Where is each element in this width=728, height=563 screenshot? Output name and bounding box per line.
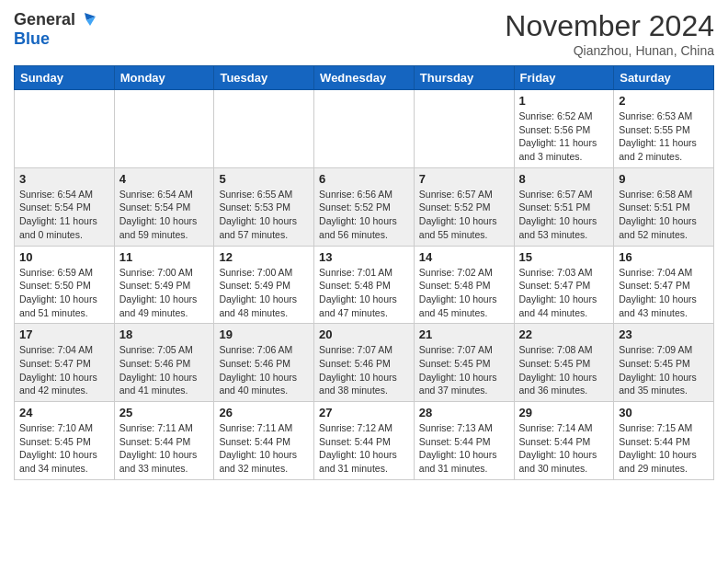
calendar-cell: 25Sunrise: 7:11 AM Sunset: 5:44 PM Dayli… bbox=[114, 402, 214, 480]
calendar-cell bbox=[114, 90, 214, 168]
day-info: Sunrise: 7:08 AM Sunset: 5:45 PM Dayligh… bbox=[519, 343, 609, 397]
day-info: Sunrise: 7:11 AM Sunset: 5:44 PM Dayligh… bbox=[119, 421, 210, 476]
day-number: 16 bbox=[619, 250, 709, 264]
day-number: 3 bbox=[19, 172, 109, 186]
calendar-cell: 21Sunrise: 7:07 AM Sunset: 5:45 PM Dayli… bbox=[414, 324, 514, 402]
day-number: 13 bbox=[319, 250, 409, 264]
calendar-cell: 15Sunrise: 7:03 AM Sunset: 5:47 PM Dayli… bbox=[514, 246, 614, 324]
day-info: Sunrise: 7:05 AM Sunset: 5:46 PM Dayligh… bbox=[119, 343, 210, 397]
day-number: 30 bbox=[619, 406, 709, 419]
month-title: November 2024 bbox=[505, 9, 714, 43]
day-number: 29 bbox=[519, 406, 609, 419]
day-info: Sunrise: 7:07 AM Sunset: 5:46 PM Dayligh… bbox=[319, 343, 409, 397]
day-info: Sunrise: 7:03 AM Sunset: 5:47 PM Dayligh… bbox=[519, 266, 609, 320]
calendar-cell: 4Sunrise: 6:54 AM Sunset: 5:54 PM Daylig… bbox=[114, 167, 214, 246]
calendar-cell: 10Sunrise: 6:59 AM Sunset: 5:50 PM Dayli… bbox=[15, 246, 115, 324]
day-info: Sunrise: 6:55 AM Sunset: 5:53 PM Dayligh… bbox=[219, 188, 309, 242]
day-info: Sunrise: 7:04 AM Sunset: 5:47 PM Dayligh… bbox=[619, 266, 709, 320]
day-info: Sunrise: 7:02 AM Sunset: 5:48 PM Dayligh… bbox=[419, 266, 509, 320]
calendar-cell: 11Sunrise: 7:00 AM Sunset: 5:49 PM Dayli… bbox=[114, 246, 214, 324]
calendar-cell: 17Sunrise: 7:04 AM Sunset: 5:47 PM Dayli… bbox=[15, 324, 115, 402]
calendar-cell: 19Sunrise: 7:06 AM Sunset: 5:46 PM Dayli… bbox=[214, 324, 314, 402]
day-number: 2 bbox=[619, 94, 709, 108]
weekday-header-monday: Monday bbox=[114, 66, 214, 90]
page-header: General Blue November 2024 Qianzhou, Hun… bbox=[14, 9, 714, 58]
day-info: Sunrise: 7:09 AM Sunset: 5:45 PM Dayligh… bbox=[619, 343, 709, 397]
logo-general: General bbox=[14, 10, 75, 29]
calendar-cell bbox=[214, 90, 314, 168]
day-info: Sunrise: 7:04 AM Sunset: 5:47 PM Dayligh… bbox=[19, 343, 109, 397]
calendar-week-row: 10Sunrise: 6:59 AM Sunset: 5:50 PM Dayli… bbox=[15, 246, 714, 324]
day-info: Sunrise: 6:54 AM Sunset: 5:54 PM Dayligh… bbox=[19, 188, 109, 242]
day-info: Sunrise: 6:57 AM Sunset: 5:52 PM Dayligh… bbox=[419, 188, 509, 242]
day-info: Sunrise: 6:56 AM Sunset: 5:52 PM Dayligh… bbox=[319, 188, 409, 242]
day-info: Sunrise: 6:58 AM Sunset: 5:51 PM Dayligh… bbox=[619, 188, 709, 242]
day-number: 9 bbox=[619, 172, 709, 186]
day-number: 17 bbox=[19, 327, 109, 341]
day-info: Sunrise: 7:10 AM Sunset: 5:45 PM Dayligh… bbox=[19, 421, 109, 476]
calendar-cell bbox=[314, 90, 415, 168]
weekday-header-saturday: Saturday bbox=[614, 66, 714, 90]
day-number: 19 bbox=[219, 327, 309, 341]
calendar-week-row: 17Sunrise: 7:04 AM Sunset: 5:47 PM Dayli… bbox=[15, 324, 714, 402]
logo-blue: Blue bbox=[14, 29, 50, 48]
day-number: 12 bbox=[219, 250, 309, 264]
calendar-week-row: 3Sunrise: 6:54 AM Sunset: 5:54 PM Daylig… bbox=[15, 167, 714, 246]
calendar-cell: 1Sunrise: 6:52 AM Sunset: 5:56 PM Daylig… bbox=[514, 90, 614, 168]
calendar-cell: 24Sunrise: 7:10 AM Sunset: 5:45 PM Dayli… bbox=[15, 402, 115, 480]
calendar-cell: 3Sunrise: 6:54 AM Sunset: 5:54 PM Daylig… bbox=[15, 167, 115, 246]
calendar-cell: 29Sunrise: 7:14 AM Sunset: 5:44 PM Dayli… bbox=[514, 402, 614, 480]
weekday-header-tuesday: Tuesday bbox=[214, 66, 314, 90]
day-info: Sunrise: 6:52 AM Sunset: 5:56 PM Dayligh… bbox=[519, 109, 609, 164]
day-info: Sunrise: 7:11 AM Sunset: 5:44 PM Dayligh… bbox=[219, 421, 309, 476]
day-number: 6 bbox=[319, 172, 409, 186]
day-number: 24 bbox=[19, 406, 109, 419]
day-info: Sunrise: 6:59 AM Sunset: 5:50 PM Dayligh… bbox=[19, 266, 109, 320]
calendar-cell: 9Sunrise: 6:58 AM Sunset: 5:51 PM Daylig… bbox=[614, 167, 714, 246]
calendar-cell: 26Sunrise: 7:11 AM Sunset: 5:44 PM Dayli… bbox=[214, 402, 314, 480]
calendar-cell: 28Sunrise: 7:13 AM Sunset: 5:44 PM Dayli… bbox=[414, 402, 514, 480]
calendar-cell: 23Sunrise: 7:09 AM Sunset: 5:45 PM Dayli… bbox=[614, 324, 714, 402]
day-number: 5 bbox=[219, 172, 309, 186]
weekday-header-sunday: Sunday bbox=[15, 66, 115, 90]
day-number: 18 bbox=[119, 327, 210, 341]
day-number: 11 bbox=[119, 250, 210, 264]
calendar-cell: 20Sunrise: 7:07 AM Sunset: 5:46 PM Dayli… bbox=[314, 324, 415, 402]
day-info: Sunrise: 6:53 AM Sunset: 5:55 PM Dayligh… bbox=[619, 109, 709, 164]
calendar-cell: 16Sunrise: 7:04 AM Sunset: 5:47 PM Dayli… bbox=[614, 246, 714, 324]
day-number: 7 bbox=[419, 172, 509, 186]
day-info: Sunrise: 7:13 AM Sunset: 5:44 PM Dayligh… bbox=[419, 421, 509, 476]
day-info: Sunrise: 7:14 AM Sunset: 5:44 PM Dayligh… bbox=[519, 421, 609, 476]
title-block: November 2024 Qianzhou, Hunan, China bbox=[505, 9, 714, 58]
day-number: 20 bbox=[319, 327, 409, 341]
day-number: 10 bbox=[19, 250, 109, 264]
day-number: 28 bbox=[419, 406, 509, 419]
day-info: Sunrise: 7:15 AM Sunset: 5:44 PM Dayligh… bbox=[619, 421, 709, 476]
logo-bird-icon bbox=[77, 9, 97, 29]
calendar-cell: 22Sunrise: 7:08 AM Sunset: 5:45 PM Dayli… bbox=[514, 324, 614, 402]
calendar-cell: 27Sunrise: 7:12 AM Sunset: 5:44 PM Dayli… bbox=[314, 402, 415, 480]
calendar-cell bbox=[15, 90, 115, 168]
day-number: 4 bbox=[119, 172, 210, 186]
weekday-header-wednesday: Wednesday bbox=[314, 66, 415, 90]
calendar-cell: 8Sunrise: 6:57 AM Sunset: 5:51 PM Daylig… bbox=[514, 167, 614, 246]
calendar-cell: 5Sunrise: 6:55 AM Sunset: 5:53 PM Daylig… bbox=[214, 167, 314, 246]
location: Qianzhou, Hunan, China bbox=[505, 43, 714, 58]
calendar-cell: 14Sunrise: 7:02 AM Sunset: 5:48 PM Dayli… bbox=[414, 246, 514, 324]
calendar-cell: 18Sunrise: 7:05 AM Sunset: 5:46 PM Dayli… bbox=[114, 324, 214, 402]
calendar-cell: 6Sunrise: 6:56 AM Sunset: 5:52 PM Daylig… bbox=[314, 167, 415, 246]
day-number: 14 bbox=[419, 250, 509, 264]
calendar-week-row: 1Sunrise: 6:52 AM Sunset: 5:56 PM Daylig… bbox=[15, 90, 714, 168]
day-number: 21 bbox=[419, 327, 509, 341]
day-number: 15 bbox=[519, 250, 609, 264]
calendar-cell: 30Sunrise: 7:15 AM Sunset: 5:44 PM Dayli… bbox=[614, 402, 714, 480]
day-number: 25 bbox=[119, 406, 210, 419]
calendar-cell bbox=[414, 90, 514, 168]
calendar-cell: 13Sunrise: 7:01 AM Sunset: 5:48 PM Dayli… bbox=[314, 246, 415, 324]
day-info: Sunrise: 7:00 AM Sunset: 5:49 PM Dayligh… bbox=[119, 266, 210, 320]
day-number: 23 bbox=[619, 327, 709, 341]
calendar-cell: 7Sunrise: 6:57 AM Sunset: 5:52 PM Daylig… bbox=[414, 167, 514, 246]
calendar-table: SundayMondayTuesdayWednesdayThursdayFrid… bbox=[14, 65, 714, 480]
day-number: 22 bbox=[519, 327, 609, 341]
weekday-header-thursday: Thursday bbox=[414, 66, 514, 90]
